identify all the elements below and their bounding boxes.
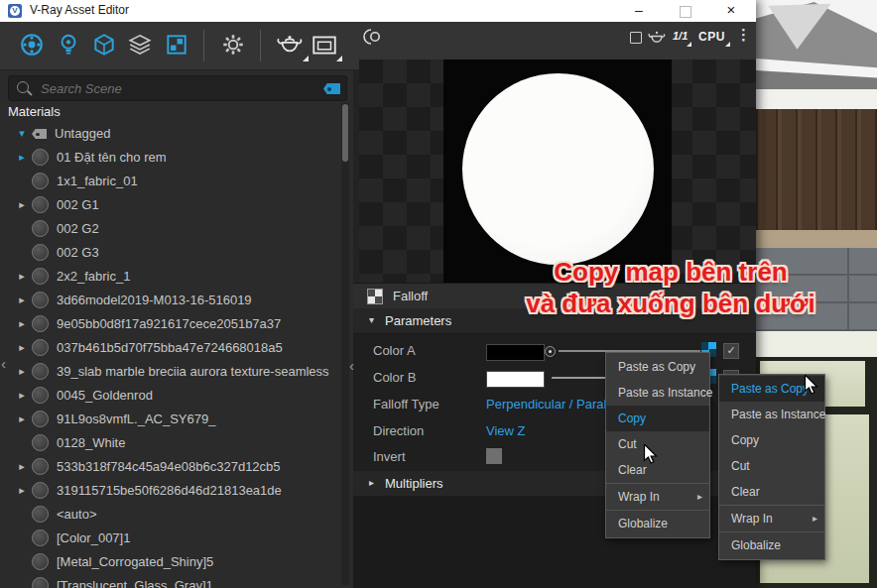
material-row[interactable]: 002 G2 bbox=[2, 216, 339, 240]
material-row[interactable]: 9e05bb0d8f17a921617cece2051b7a37 bbox=[2, 311, 339, 335]
expand-arrow-icon[interactable] bbox=[14, 412, 30, 425]
material-preview-icon bbox=[32, 506, 49, 523]
material-label: 0045_Goldenrod bbox=[57, 388, 153, 403]
material-row[interactable]: 3d66model2019-M013-16-516019 bbox=[2, 288, 339, 311]
expand-arrow-icon[interactable] bbox=[14, 294, 30, 306]
material-label: 037b461b5d70f75bba47e724668018a5 bbox=[57, 340, 283, 355]
render-window-button[interactable] bbox=[311, 32, 340, 59]
minimize-button[interactable]: – bbox=[622, 0, 656, 22]
texture-checker-icon bbox=[164, 32, 189, 58]
expand-arrow-icon[interactable] bbox=[14, 389, 30, 402]
mouse-cursor-icon bbox=[643, 444, 661, 469]
render-dropdown-arrow-icon[interactable] bbox=[303, 56, 309, 61]
gear-icon bbox=[220, 32, 246, 58]
stop-render-button[interactable] bbox=[630, 32, 642, 44]
maximize-button[interactable] bbox=[680, 6, 691, 18]
material-preview-icon bbox=[32, 196, 49, 213]
frame-ratio-dropdown-arrow-icon[interactable] bbox=[687, 42, 691, 47]
close-button[interactable]: × bbox=[714, 0, 748, 22]
window-title: V-Ray Asset Editor bbox=[30, 3, 129, 17]
menu-item[interactable]: Paste as Instance bbox=[606, 380, 709, 406]
color-a-slider-knob[interactable] bbox=[545, 346, 556, 357]
layers-icon bbox=[127, 32, 153, 58]
frame-buffer-dropdown-arrow-icon[interactable] bbox=[336, 56, 342, 61]
scrollbar-thumb[interactable] bbox=[342, 104, 348, 162]
color-a-checkbox[interactable]: ✓ bbox=[723, 343, 739, 359]
material-row[interactable]: 319115715be50f6286d46d21813ea1de bbox=[2, 478, 339, 502]
color-a-swatch[interactable] bbox=[486, 344, 545, 361]
material-row[interactable]: Untagged bbox=[2, 121, 339, 145]
material-row[interactable]: 533b318f784c45a94e08b6c327d12cb5 bbox=[2, 454, 339, 478]
expand-arrow-icon[interactable] bbox=[14, 341, 30, 354]
material-row[interactable]: 002 G1 bbox=[2, 192, 339, 216]
menu-item[interactable]: Copy bbox=[606, 406, 709, 431]
menu-item-label: Globalize bbox=[731, 538, 781, 552]
search-input[interactable] bbox=[39, 78, 291, 98]
frame-ratio-selector[interactable]: 1/1 bbox=[673, 30, 688, 42]
lights-category-button[interactable] bbox=[56, 32, 81, 59]
menu-item[interactable]: Paste as Copy bbox=[606, 354, 709, 380]
menu-item-label: Paste as Copy bbox=[618, 360, 695, 374]
textures-category-button[interactable] bbox=[164, 32, 189, 59]
menu-item[interactable]: Clear bbox=[719, 479, 824, 506]
layers-category-button[interactable] bbox=[127, 32, 153, 59]
material-row[interactable]: 39_slab marble breciia aurora texture-se… bbox=[2, 359, 339, 383]
material-row[interactable]: <auto> bbox=[2, 502, 339, 526]
falloff-type-value[interactable]: Perpendicular / Parallel bbox=[486, 397, 619, 412]
expand-arrow-icon[interactable] bbox=[14, 198, 30, 211]
material-row[interactable]: 0045_Goldenrod bbox=[2, 383, 339, 407]
material-row[interactable]: 91L9os8vmfL._AC_SY679_ bbox=[2, 407, 339, 430]
material-row[interactable]: 2x2_fabric_1 bbox=[2, 264, 339, 288]
material-row[interactable]: 002 G3 bbox=[2, 240, 339, 264]
engine-dropdown-arrow-icon[interactable] bbox=[725, 42, 730, 47]
material-row[interactable]: 1x1_fabric_01 bbox=[2, 169, 339, 192]
interactive-render-button[interactable] bbox=[647, 29, 673, 57]
expand-arrow-icon[interactable] bbox=[14, 151, 30, 164]
tag-filter-toggle[interactable] bbox=[323, 83, 340, 94]
render-engine-selector[interactable]: CPU bbox=[698, 30, 725, 44]
menu-item[interactable]: Wrap In bbox=[606, 484, 709, 511]
menu-item[interactable]: Globalize bbox=[606, 511, 709, 536]
menu-item-label: Copy bbox=[731, 433, 759, 447]
expand-arrow-icon[interactable] bbox=[14, 317, 30, 330]
material-row[interactable]: [Translucent_Glass_Gray]1 bbox=[2, 573, 339, 588]
expand-arrow-icon[interactable] bbox=[14, 365, 30, 378]
invert-checkbox[interactable] bbox=[486, 448, 502, 464]
render-button[interactable] bbox=[275, 32, 307, 59]
expand-arrow-icon[interactable] bbox=[14, 484, 30, 497]
menu-item[interactable]: Globalize bbox=[719, 532, 824, 558]
material-row[interactable]: [Metal_Corrogated_Shiny]5 bbox=[2, 549, 339, 573]
menu-item[interactable]: Paste as Instance bbox=[719, 402, 824, 427]
color-b-swatch[interactable] bbox=[486, 371, 545, 388]
light-bulb-icon bbox=[56, 32, 81, 58]
menu-item[interactable]: Copy bbox=[719, 427, 824, 453]
collapse-left-chevron-icon[interactable]: ‹ bbox=[1, 357, 6, 371]
menu-item-label: Wrap In bbox=[618, 490, 660, 504]
collapse-preview-chevron-icon[interactable]: ‹ bbox=[349, 359, 354, 373]
section-collapsed-icon[interactable]: ▸ bbox=[369, 477, 374, 488]
kebab-menu-button[interactable]: ⋮ bbox=[736, 26, 751, 44]
preview-compare-icon[interactable] bbox=[363, 28, 383, 50]
settings-button[interactable] bbox=[220, 32, 246, 59]
material-preview-icon bbox=[32, 553, 49, 570]
materials-scrollbar[interactable] bbox=[341, 103, 349, 585]
menu-item[interactable]: Wrap In bbox=[719, 506, 824, 532]
texture-type-icon bbox=[367, 289, 383, 304]
material-row[interactable]: 0128_White bbox=[2, 430, 339, 454]
material-preview-icon bbox=[32, 529, 49, 546]
expand-arrow-icon[interactable] bbox=[14, 270, 30, 283]
direction-value[interactable]: View Z bbox=[486, 423, 526, 438]
section-expand-icon[interactable]: ▾ bbox=[369, 314, 374, 325]
expand-arrow-icon[interactable] bbox=[14, 460, 30, 473]
falloff-preview-circle bbox=[462, 73, 654, 265]
material-row[interactable]: [Color_007]1 bbox=[2, 526, 339, 549]
material-row[interactable]: 037b461b5d70f75bba47e724668018a5 bbox=[2, 335, 339, 359]
material-label: 2x2_fabric_1 bbox=[57, 269, 130, 284]
geometry-category-button[interactable] bbox=[91, 32, 117, 59]
toolbar-divider bbox=[203, 30, 204, 61]
material-row[interactable]: 01 Đặt tên cho rem bbox=[2, 145, 339, 169]
expand-arrow-icon[interactable] bbox=[14, 127, 30, 140]
materials-category-button[interactable] bbox=[19, 32, 45, 59]
menu-item[interactable]: Cut bbox=[719, 453, 824, 479]
material-preview-icon bbox=[32, 434, 49, 451]
